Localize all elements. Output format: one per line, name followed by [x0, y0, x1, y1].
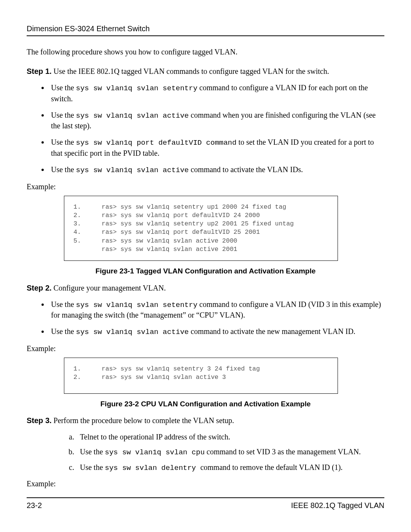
example-label: Example:	[27, 479, 384, 489]
page: Dimension ES-3024 Ethernet Switch The fo…	[0, 0, 411, 532]
step-1-bullet: Use the sys sw vlan1q svlan active comma…	[49, 165, 384, 176]
intro-paragraph: The following procedure shows you how to…	[27, 47, 384, 57]
footer: 23-2 IEEE 802.1Q Tagged VLAN	[27, 497, 384, 510]
step-1-label: Step 1.	[27, 67, 52, 75]
step-1-bullet: Use the sys sw vlan1q port defaultVID co…	[49, 137, 384, 158]
page-number: 23-2	[27, 501, 42, 510]
code-box-1: 1.ras> sys sw vlan1q setentry up1 2000 2…	[64, 196, 338, 261]
code-line: 2.ras> sys sw vlan1q svlan active 3	[73, 373, 334, 382]
step-3-item: Use the sys sw vlan1q svlan cpu command …	[76, 447, 384, 458]
code-line: 1.ras> sys sw vlan1q setentry 3 24 fixed…	[73, 365, 334, 373]
code-line: 2.ras> sys sw vlan1q port defaultVID 24 …	[73, 211, 334, 220]
step-2-text: Configure your management VLAN.	[52, 284, 166, 292]
code-line: 3.ras> sys sw vlan1q setentry up2 2001 2…	[73, 220, 334, 228]
step-3-heading: Step 3. Perform the procedure below to c…	[27, 415, 384, 426]
figure-caption-1: Figure 23-1 Tagged VLAN Configuration an…	[27, 266, 384, 276]
code-line: 1.ras> sys sw vlan1q setentry up1 2000 2…	[73, 203, 334, 211]
step-1-bullet: Use the sys sw vlan1q svlan active comma…	[49, 110, 384, 131]
running-header: Dimension ES-3024 Ethernet Switch	[27, 24, 384, 36]
step-2-label: Step 2.	[27, 284, 52, 292]
example-label: Example:	[27, 182, 384, 192]
code-line: ras> sys sw vlan1q svlan active 2001	[73, 245, 334, 254]
step-3-item: Telnet to the operational IP address of …	[76, 432, 384, 442]
step-1-bullet: Use the sys sw vlan1q svlan setentry com…	[49, 83, 384, 104]
step-3-item: Use the sys sw svlan delentry command to…	[76, 462, 384, 473]
step-2-heading: Step 2. Configure your management VLAN.	[27, 283, 384, 293]
step-1-text: Use the IEEE 802.1Q tagged VLAN commands…	[52, 67, 329, 75]
step-2-bullets: Use the sys sw vlan1q svlan setentry com…	[27, 299, 384, 337]
body: The following procedure shows you how to…	[27, 47, 384, 489]
code-line: 5.ras> sys sw vlan1q svlan active 2000	[73, 237, 334, 245]
step-3-label: Step 3.	[27, 416, 52, 425]
code-line: 4.ras> sys sw vlan1q port defaultVID 25 …	[73, 228, 334, 236]
step-1-heading: Step 1. Use the IEEE 802.1Q tagged VLAN …	[27, 66, 384, 77]
step-3-list: Telnet to the operational IP address of …	[27, 432, 384, 473]
figure-caption-2: Figure 23-2 CPU VLAN Configuration and A…	[27, 399, 384, 409]
step-3-text: Perform the procedure below to complete …	[52, 416, 234, 425]
example-label: Example:	[27, 343, 384, 354]
code-box-2: 1.ras> sys sw vlan1q setentry 3 24 fixed…	[64, 358, 338, 394]
step-2-bullet: Use the sys sw vlan1q svlan setentry com…	[49, 299, 384, 321]
step-1-bullets: Use the sys sw vlan1q svlan setentry com…	[27, 83, 384, 176]
footer-section: IEEE 802.1Q Tagged VLAN	[291, 501, 384, 510]
step-2-bullet: Use the sys sw vlan1q svlan active comma…	[49, 326, 384, 337]
